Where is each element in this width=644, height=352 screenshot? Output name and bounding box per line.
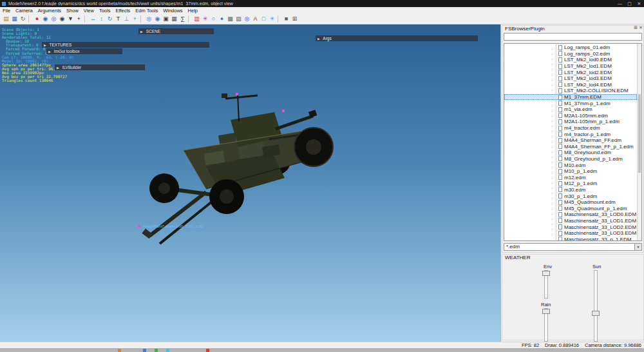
rain-slider-thumb[interactable] — [542, 309, 550, 314]
file-item[interactable]: m12.edm — [504, 174, 637, 181]
minimize-button[interactable]: — — [615, 1, 625, 6]
labels-icon[interactable]: A — [251, 14, 260, 23]
env-slider-thumb[interactable] — [542, 271, 550, 276]
maximize-button[interactable]: ▢ — [625, 1, 634, 6]
add-icon[interactable]: + — [75, 14, 83, 23]
file-item[interactable]: LST_Mk2_lod3.EDM — [504, 75, 637, 82]
panel-close-icon[interactable]: ✕ — [639, 25, 643, 30]
menu-item-show[interactable]: Show — [64, 8, 81, 14]
eye-icon[interactable]: ◉ — [58, 14, 66, 23]
checker-icon[interactable]: ▩ — [226, 14, 234, 23]
file-item[interactable]: M2A1-105mm_p_1.edm — [504, 119, 637, 125]
menu-item-edm-tools[interactable]: Edm Tools — [133, 8, 160, 14]
list-scrollbar[interactable] — [637, 44, 641, 240]
text-tool-icon[interactable]: T — [114, 14, 122, 23]
panel-header-args[interactable]: ▶ Args — [316, 35, 478, 41]
taskbar-app-icon[interactable] — [155, 349, 158, 352]
sphere-icon[interactable]: ◎ — [50, 14, 58, 23]
panel-options-icon[interactable]: ⊞ — [634, 25, 638, 30]
normals-icon[interactable]: ⊥ — [122, 14, 131, 23]
file-item[interactable]: m1_vla.edm — [504, 106, 637, 113]
move-horizontal-icon[interactable]: ↔ — [89, 14, 97, 23]
circle-outline-icon[interactable]: ○ — [209, 14, 218, 23]
box-icon[interactable]: ■ — [282, 14, 290, 23]
panel-header-imgui-toolbox[interactable]: ▶ ImGui toolbox — [46, 48, 122, 54]
panels-icon[interactable]: ⊞ — [290, 14, 299, 23]
file-filter-dropdown[interactable]: *.edm ▼ — [504, 243, 642, 251]
menu-item-view[interactable]: View — [81, 8, 97, 14]
file-item[interactable]: Maschinensatz_33_LOD1.EDM — [504, 218, 637, 224]
menu-item-effects[interactable]: Effects — [113, 8, 133, 14]
taskbar-app-icon[interactable] — [118, 349, 121, 352]
file-item[interactable]: m30_p_1.edm — [504, 193, 637, 199]
file-item[interactable]: M8_Greyhound.edm — [504, 150, 637, 156]
stats-icon[interactable]: ∑ — [178, 14, 187, 23]
file-item[interactable]: M45_Quadmount_p_1.edm — [504, 205, 637, 211]
pin-icon[interactable]: ▼ — [66, 14, 75, 23]
palette-icon[interactable]: ✳ — [201, 14, 209, 23]
file-item[interactable]: LST_Mk2_lod0.EDM — [504, 57, 637, 63]
axes-icon[interactable]: + — [131, 14, 139, 23]
mesh-icon[interactable]: ▨ — [234, 14, 243, 23]
file-item[interactable]: Maschinensatz_33_LOD2.EDM — [504, 224, 637, 230]
file-item[interactable]: M4A4_Sherman_FF.edm — [504, 137, 637, 144]
menu-item-camera[interactable]: Camera — [13, 8, 35, 14]
snow-icon[interactable]: ✳ — [268, 14, 276, 23]
bounds-icon[interactable]: □ — [260, 14, 268, 23]
move-vertical-icon[interactable]: ↕ — [97, 14, 106, 23]
search-input[interactable] — [504, 33, 642, 41]
menu-item-windows[interactable]: Windows — [160, 8, 185, 14]
menu-item-help[interactable]: Help — [185, 8, 200, 14]
file-item[interactable]: Log_ramps_02.edm — [504, 51, 637, 57]
close-button[interactable]: ✕ — [634, 1, 644, 6]
menu-item-arguments[interactable]: Arguments — [35, 8, 64, 14]
rotate-icon[interactable]: ↻ — [106, 14, 114, 23]
save-icon[interactable]: ▦ — [10, 14, 19, 23]
file-item[interactable]: m30.edm — [504, 187, 637, 193]
open-folder-icon[interactable]: ▤ — [2, 14, 10, 23]
sun-slider[interactable] — [594, 270, 598, 342]
taskbar-app-icon[interactable] — [166, 349, 169, 352]
globe-icon[interactable]: ◎ — [243, 14, 251, 23]
menu-item-tools[interactable]: Tools — [97, 8, 113, 14]
panel-header-scene[interactable]: ▶ SCENE — [138, 28, 214, 34]
file-item[interactable]: Maschinensatz_33_p_1.EDM — [504, 236, 637, 241]
focus-icon[interactable]: ◉ — [153, 14, 162, 23]
reload-icon[interactable]: ↻ — [19, 14, 27, 23]
scrollbar-thumb[interactable] — [638, 94, 641, 173]
file-item[interactable]: M1_37mm.EDM — [504, 94, 637, 101]
sun-slider-thumb[interactable] — [592, 311, 600, 316]
file-item[interactable]: M12_p_1.edm — [504, 181, 637, 187]
file-item[interactable]: M4A4_Sherman_FF_p_1.edm — [504, 144, 637, 150]
grid-icon[interactable]: ▦ — [170, 14, 178, 23]
file-item[interactable]: Maschinensatz_33_LOD0.EDM — [504, 211, 637, 218]
histogram-icon[interactable]: ▥ — [193, 14, 201, 23]
file-item[interactable]: M1_37mm-p_1.edm — [504, 100, 637, 106]
file-item[interactable]: LST_Mk2_lod2.EDM — [504, 69, 637, 75]
file-item[interactable]: M2A1-105mm.edm — [504, 113, 637, 119]
file-item[interactable]: Log_ramps_01.edm — [504, 44, 637, 51]
file-item[interactable]: M10_p_1.edm — [504, 168, 637, 175]
target-icon[interactable]: ◉ — [41, 14, 50, 23]
file-item[interactable]: m4_tractor-p_1.edm — [504, 131, 637, 137]
file-item[interactable]: Maschinensatz_33_LOD3.EDM — [504, 230, 637, 237]
file-item[interactable]: M8_Greyhound_p_1.edm — [504, 156, 637, 162]
file-label: M10_p_1.edm — [564, 168, 597, 174]
chevron-down-icon[interactable]: ▼ — [634, 244, 641, 250]
taskbar-app-icon[interactable] — [143, 349, 146, 352]
camera-icon[interactable]: ▣ — [162, 14, 170, 23]
file-item[interactable]: LST_Mk2-COLLISION.EDM — [504, 88, 637, 94]
taskbar-app-icon[interactable] — [206, 349, 209, 352]
circle-filled-icon[interactable]: ● — [218, 14, 226, 23]
file-item[interactable]: m4_tractor.edm — [504, 125, 637, 132]
model-3d[interactable] — [109, 70, 341, 250]
file-item[interactable]: LST_Mk2_lod1.EDM — [504, 63, 637, 70]
viewport-3d[interactable]: Scene Objects: 1Scene Lights: 0Renderabl… — [0, 24, 500, 342]
panel-header-textures[interactable]: ▶ TEXTURES — [42, 42, 209, 48]
file-item[interactable]: LST_Mk2_lod4.EDM — [504, 82, 637, 88]
orbit-icon[interactable]: ◎ — [145, 14, 153, 23]
file-item[interactable]: M45_Quadmount.edm — [504, 199, 637, 206]
record-icon[interactable]: ● — [33, 14, 41, 23]
menu-item-file[interactable]: File — [0, 8, 13, 14]
file-item[interactable]: M10.edm — [504, 162, 637, 168]
